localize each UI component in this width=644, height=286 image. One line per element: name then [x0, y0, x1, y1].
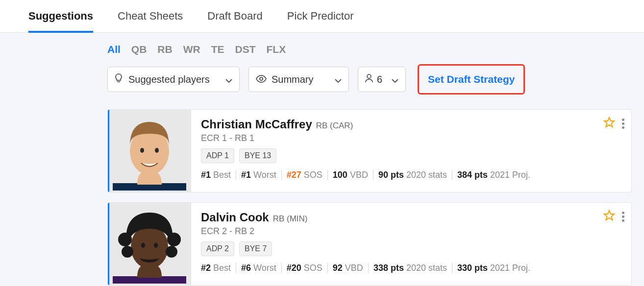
player-name: Christian McCaffrey	[201, 118, 312, 131]
badge: ADP 1	[201, 148, 234, 163]
player-photo	[108, 203, 191, 286]
nav-tab-suggestions[interactable]: Suggestions	[28, 0, 93, 33]
controls-row: Suggested players Summary	[107, 64, 644, 95]
top-nav: SuggestionsCheat SheetsDraft BoardPick P…	[0, 0, 644, 33]
stat-worst: #6 Worst	[236, 263, 282, 273]
eye-icon	[256, 74, 267, 85]
star-icon[interactable]	[603, 117, 615, 130]
pos-filter-wr[interactable]: WR	[183, 44, 200, 55]
player-pos-team: RB (CAR)	[316, 121, 353, 131]
person-icon	[365, 74, 373, 85]
pos-filter-rb[interactable]: RB	[157, 44, 172, 55]
player-ecr: ECR 2 - RB 2	[201, 226, 621, 237]
pos-filter-te[interactable]: TE	[211, 44, 224, 55]
button-label: Set Draft Strategy	[428, 73, 515, 85]
select-label: 6	[377, 74, 382, 85]
player-stats: #1 Best #1 Worst #27 SOS 100 VBD 90 pts …	[201, 170, 621, 180]
player-card[interactable]: Christian McCaffrey RB (CAR) ECR 1 - RB …	[107, 109, 632, 192]
stat-best: #2 Best	[201, 263, 236, 273]
nav-tab-pick-predictor[interactable]: Pick Predictor	[287, 0, 354, 33]
position-filter: AllQBRBWRTEDSTFLX	[107, 44, 644, 55]
svg-point-13	[141, 243, 145, 248]
player-badges: ADP 2BYE 7	[201, 241, 621, 256]
svg-point-6	[155, 148, 159, 153]
select-label: Suggested players	[128, 74, 210, 85]
svg-point-1	[260, 77, 263, 80]
pos-filter-all[interactable]: All	[107, 44, 121, 55]
svg-point-9	[118, 233, 132, 246]
badge: BYE 13	[239, 148, 276, 163]
lightbulb-icon	[115, 73, 123, 86]
stat-sos: #20 SOS	[282, 263, 328, 273]
player-photo	[108, 110, 191, 192]
chevron-down-icon	[335, 74, 342, 85]
set-draft-strategy-button[interactable]: Set Draft Strategy	[418, 64, 525, 95]
pos-filter-qb[interactable]: QB	[131, 44, 147, 55]
stat-best: #1 Best	[201, 170, 236, 180]
stat-worst: #1 Worst	[236, 170, 282, 180]
player-list: Christian McCaffrey RB (CAR) ECR 1 - RB …	[107, 109, 632, 286]
pos-filter-dst[interactable]: DST	[235, 44, 256, 55]
player-stats: #2 Best #6 Worst #20 SOS 92 VBD 338 pts …	[201, 263, 621, 273]
stat-sos: #27 SOS	[282, 170, 328, 180]
stat-vbd: 92 VBD	[328, 263, 369, 273]
player-name: Dalvin Cook	[201, 211, 269, 224]
badge: BYE 7	[239, 241, 272, 256]
svg-point-10	[167, 233, 181, 246]
stat-proj: 330 pts 2021 Proj.	[452, 263, 535, 273]
svg-point-11	[122, 246, 133, 258]
view-select[interactable]: Summary	[248, 67, 349, 92]
svg-point-5	[140, 148, 144, 153]
player-badges: ADP 1BYE 13	[201, 148, 621, 163]
select-label: Summary	[272, 74, 314, 85]
chevron-down-icon	[392, 74, 398, 85]
svg-point-2	[367, 74, 371, 78]
player-body: Christian McCaffrey RB (CAR) ECR 1 - RB …	[191, 110, 631, 192]
suggested-players-select[interactable]: Suggested players	[107, 67, 240, 92]
player-card[interactable]: Dalvin Cook RB (MIN) ECR 2 - RB 2 ADP 2B…	[107, 202, 632, 286]
badge: ADP 2	[201, 241, 234, 256]
pos-filter-flx[interactable]: FLX	[267, 44, 286, 55]
count-select[interactable]: 6	[358, 67, 406, 92]
stat-prev: 90 pts 2020 stats	[373, 170, 452, 180]
svg-point-12	[166, 246, 177, 258]
player-pos-team: RB (MIN)	[273, 214, 308, 224]
nav-tab-cheat-sheets[interactable]: Cheat Sheets	[118, 0, 183, 33]
stat-vbd: 100 VBD	[328, 170, 373, 180]
stat-prev: 338 pts 2020 stats	[369, 263, 452, 273]
svg-point-14	[154, 243, 158, 248]
stat-proj: 384 pts 2021 Proj.	[452, 170, 535, 180]
star-icon[interactable]	[603, 210, 615, 223]
nav-tab-draft-board[interactable]: Draft Board	[207, 0, 263, 33]
player-ecr: ECR 1 - RB 1	[201, 133, 621, 143]
player-body: Dalvin Cook RB (MIN) ECR 2 - RB 2 ADP 2B…	[191, 203, 631, 285]
more-icon[interactable]	[622, 119, 624, 129]
chevron-down-icon	[225, 74, 232, 85]
more-icon[interactable]	[622, 212, 624, 222]
